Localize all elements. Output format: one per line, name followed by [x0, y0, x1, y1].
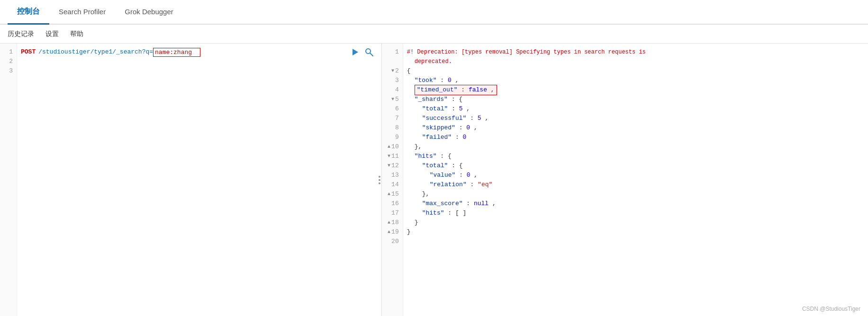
collapse-15[interactable]: ▲ — [388, 190, 390, 199]
output-line-6: "total" : 5 , — [407, 104, 864, 114]
menu-help[interactable]: 帮助 — [70, 30, 83, 38]
editor-line-numbers: 1 2 3 — [0, 44, 17, 316]
menu-settings[interactable]: 设置 — [45, 30, 59, 38]
collapse-19[interactable]: ▲ — [388, 227, 390, 237]
output-line-8: "skipped" : 0 , — [407, 123, 864, 133]
run-button[interactable] — [350, 47, 360, 62]
collapse-5[interactable]: ▼ — [391, 95, 394, 104]
url-path: /studioustiger/type1/_search?q= — [38, 47, 153, 57]
output-line-11: "hits" : { — [407, 152, 864, 161]
output-line-3: "took" : 0 , — [407, 76, 864, 85]
output-line-4: "timed_out" : false , — [407, 85, 864, 95]
output-line-15: }, — [407, 190, 864, 199]
output-line-9: "failed" : 0 — [407, 133, 864, 142]
url-param-input[interactable] — [153, 48, 200, 57]
top-navigation: 控制台 Search Profiler Grok Debugger — [0, 0, 868, 25]
collapse-2[interactable]: ▼ — [391, 66, 394, 76]
output-line-7: "successful" : 5 , — [407, 114, 864, 123]
secondary-menu: 历史记录 设置 帮助 — [0, 25, 868, 44]
svg-marker-0 — [353, 49, 358, 55]
output-line-17: "hits" : [ ] — [407, 208, 864, 218]
editor-line-2 — [21, 57, 378, 66]
editor-toolbar — [350, 47, 374, 62]
output-line-19: } — [407, 227, 864, 237]
output-line-14: "relation" : "eq" — [407, 180, 864, 190]
output-line-10: }, — [407, 142, 864, 152]
output-line-numbers: 1 ▼ 2 3 4 ▼ 5 6 7 8 9 ▲ 10 — [382, 44, 403, 316]
line-num-blank — [395, 57, 399, 66]
resize-handle[interactable] — [378, 176, 381, 184]
output-warning-line1: #! Deprecation: [types removal] Specifyi… — [407, 47, 864, 57]
tab-search-profiler[interactable]: Search Profiler — [49, 0, 115, 25]
tab-grok-debugger[interactable]: Grok Debugger — [115, 0, 183, 25]
line-num-1: 1 — [395, 47, 399, 57]
collapse-10[interactable]: ▲ — [388, 142, 390, 152]
main-content: 1 2 3 POST /studioustiger/type1/_search?… — [0, 44, 868, 316]
svg-line-2 — [370, 53, 373, 56]
editor-line-3 — [21, 66, 378, 76]
editor-content[interactable]: POST /studioustiger/type1/_search?q= — [17, 44, 381, 316]
editor-panel: 1 2 3 POST /studioustiger/type1/_search?… — [0, 44, 382, 316]
editor-line-1: POST /studioustiger/type1/_search?q= — [21, 47, 378, 57]
output-line-13: "value" : 0 , — [407, 171, 864, 180]
collapse-11[interactable]: ▼ — [388, 152, 390, 161]
tab-console[interactable]: 控制台 — [8, 0, 49, 25]
output-content: #! Deprecation: [types removal] Specifyi… — [403, 44, 868, 316]
output-panel: 1 ▼ 2 3 4 ▼ 5 6 7 8 9 ▲ 10 — [382, 44, 868, 316]
collapse-12[interactable]: ▼ — [388, 161, 390, 171]
menu-history[interactable]: 历史记录 — [8, 30, 34, 38]
output-line-12: "total" : { — [407, 161, 864, 171]
output-line-2: { — [407, 66, 864, 76]
output-line-5: "_shards" : { — [407, 95, 864, 104]
output-line-16: "max_score" : null , — [407, 199, 864, 208]
http-method: POST — [21, 47, 36, 57]
output-warning-line2: deprecated. — [407, 57, 864, 66]
collapse-18[interactable]: ▲ — [388, 218, 390, 227]
watermark: CSDN @StudiousTiger — [802, 306, 860, 312]
search-icon[interactable] — [364, 47, 374, 62]
output-line-20 — [407, 237, 864, 246]
output-line-18: } — [407, 218, 864, 227]
